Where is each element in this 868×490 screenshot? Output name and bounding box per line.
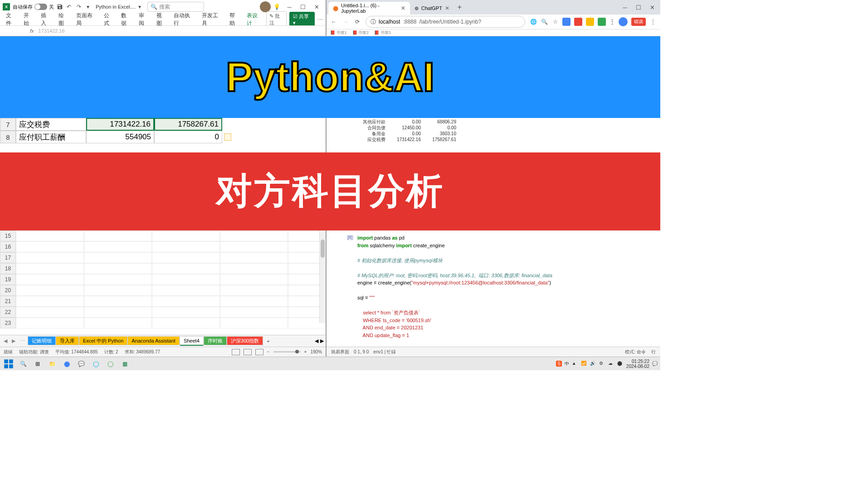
tray-icon[interactable]: ⚙ <box>599 361 605 367</box>
row-header[interactable]: 16 <box>0 241 16 252</box>
tray-icon[interactable]: ⬤ <box>617 361 624 367</box>
extensions-menu-icon[interactable]: ⋮ <box>610 19 615 25</box>
cell-b8[interactable]: 554905 <box>86 131 154 143</box>
cell[interactable] <box>220 241 288 252</box>
new-sheet-button[interactable]: + <box>264 338 272 344</box>
site-info-icon[interactable]: ⓘ <box>371 18 376 26</box>
cell-b7-selected[interactable]: 1731422.16 <box>86 118 154 131</box>
profile-icon[interactable] <box>619 17 628 26</box>
notifications-icon[interactable]: 💬 <box>652 361 658 366</box>
extension-icon[interactable] <box>586 18 594 26</box>
cell[interactable] <box>16 252 84 263</box>
extension-icon[interactable] <box>562 18 571 26</box>
network-icon[interactable]: 📶 <box>581 361 587 367</box>
cell[interactable] <box>152 307 220 318</box>
browser-close-button[interactable]: ✕ <box>646 2 658 13</box>
zoom-out[interactable]: − <box>267 349 270 354</box>
zoom-in[interactable]: + <box>304 349 307 354</box>
cell[interactable] <box>84 318 152 328</box>
cell[interactable] <box>220 285 288 296</box>
sheet-tab[interactable]: Anaconda Assistant <box>127 336 180 345</box>
row-header[interactable]: 8 <box>0 131 16 143</box>
code-body[interactable]: import pandas as pd from sqlalchemy impo… <box>357 234 651 347</box>
cell[interactable] <box>84 274 152 285</box>
code-cell[interactable]: [8]: import pandas as pd from sqlalchemy… <box>336 234 651 347</box>
cell[interactable] <box>84 263 152 274</box>
bookmark-item[interactable]: 📕 书签2 <box>352 30 369 36</box>
cell[interactable] <box>16 318 84 328</box>
redo-icon[interactable]: ↷ <box>77 4 83 10</box>
task-view-icon[interactable]: ⊞ <box>32 358 44 370</box>
row-header[interactable]: 19 <box>0 274 16 285</box>
cell[interactable] <box>220 230 288 241</box>
zoom-slider[interactable] <box>273 351 301 353</box>
bookmark-item[interactable]: 📕 书签1 <box>330 30 347 36</box>
sheet-scroll-right[interactable]: ▶ <box>320 338 324 344</box>
cell-a8[interactable]: 应付职工薪酬 <box>16 131 86 143</box>
zoom-level[interactable]: 190% <box>310 349 322 354</box>
row-header[interactable]: 23 <box>0 318 16 328</box>
scrollbar-vertical[interactable] <box>319 230 326 323</box>
cell[interactable] <box>84 241 152 252</box>
cell[interactable] <box>220 263 288 274</box>
explorer-icon[interactable]: 📁 <box>46 358 58 370</box>
share-button[interactable]: ☑ 共享 ▾ <box>289 12 315 27</box>
sheet-nav-next[interactable]: ▶ <box>10 338 17 344</box>
toggle-icon[interactable] <box>34 4 47 10</box>
bookmark-item[interactable]: 📕 书签3 <box>374 30 391 36</box>
dropdown-icon[interactable]: ▾ <box>87 4 93 10</box>
lightbulb-icon[interactable]: 💡 <box>273 4 280 10</box>
cell[interactable] <box>84 285 152 296</box>
cell[interactable] <box>16 263 84 274</box>
app-icon[interactable]: ◯ <box>90 358 102 370</box>
cell[interactable] <box>16 230 84 241</box>
cell[interactable] <box>84 296 152 307</box>
app-icon[interactable]: ◯ <box>104 358 116 370</box>
cell[interactable] <box>220 252 288 263</box>
sheet-tab[interactable]: Sheet4 <box>180 336 204 346</box>
cell[interactable] <box>16 274 84 285</box>
cell[interactable] <box>220 296 288 307</box>
cell-c7-selected[interactable]: 1758267.61 <box>154 118 222 131</box>
cell[interactable] <box>152 318 220 328</box>
row-header[interactable]: 21 <box>0 296 16 307</box>
cell[interactable] <box>152 285 220 296</box>
chevron-down-icon[interactable]: ▾ <box>138 4 145 10</box>
view-normal-icon[interactable] <box>232 349 240 355</box>
cell[interactable] <box>84 307 152 318</box>
paste-options-icon[interactable] <box>224 133 231 141</box>
cell-a7[interactable]: 应交税费 <box>16 118 86 131</box>
cell[interactable] <box>152 241 220 252</box>
reload-button[interactable]: ⟳ <box>354 18 361 25</box>
jp-kernel[interactable]: env1 | 忙碌 <box>373 349 396 355</box>
sheet-nav-more[interactable]: ⋯ <box>18 338 27 344</box>
row-header[interactable]: 7 <box>0 118 16 131</box>
cell[interactable] <box>152 230 220 241</box>
sheet-tab[interactable]: 记账明细 <box>28 336 56 345</box>
sheet-tab[interactable]: 序时账 <box>204 336 227 345</box>
browser-minimize-button[interactable]: ─ <box>619 2 631 13</box>
row-header[interactable]: 20 <box>0 285 16 296</box>
cell[interactable] <box>220 307 288 318</box>
fx-icon[interactable]: fx <box>30 28 34 34</box>
view-break-icon[interactable] <box>255 349 263 355</box>
row-header[interactable]: 15 <box>0 230 16 241</box>
status-assist[interactable]: 辅助功能: 调查 <box>19 349 49 355</box>
lens-icon[interactable]: 🔍 <box>541 18 548 25</box>
extension-icon[interactable] <box>574 18 582 26</box>
browser-tab-jupyter[interactable]: ⬤ Untitled-1.i... (6) - JupyterLab ✕ <box>328 2 410 15</box>
back-button[interactable]: ← <box>330 18 337 25</box>
autosave-toggle[interactable]: 自动保存 关 <box>13 4 54 10</box>
cell[interactable] <box>16 307 84 318</box>
ime-icon[interactable]: S <box>556 361 562 367</box>
cell[interactable] <box>84 230 152 241</box>
start-button[interactable] <box>3 358 15 370</box>
search-icon[interactable]: 🔍 <box>17 358 29 370</box>
wechat-icon[interactable]: 💬 <box>75 358 87 370</box>
minimize-button[interactable]: ─ <box>283 1 296 12</box>
cell[interactable] <box>220 318 288 328</box>
tray-icon[interactable]: ☁ <box>608 361 614 367</box>
url-bar[interactable]: ⓘ localhost:8888/lab/tree/Untitled-1.ipy… <box>366 16 525 28</box>
tray-icon[interactable]: ▲ <box>572 361 578 367</box>
collapse-ribbon-icon[interactable]: ⋯ <box>317 16 323 23</box>
